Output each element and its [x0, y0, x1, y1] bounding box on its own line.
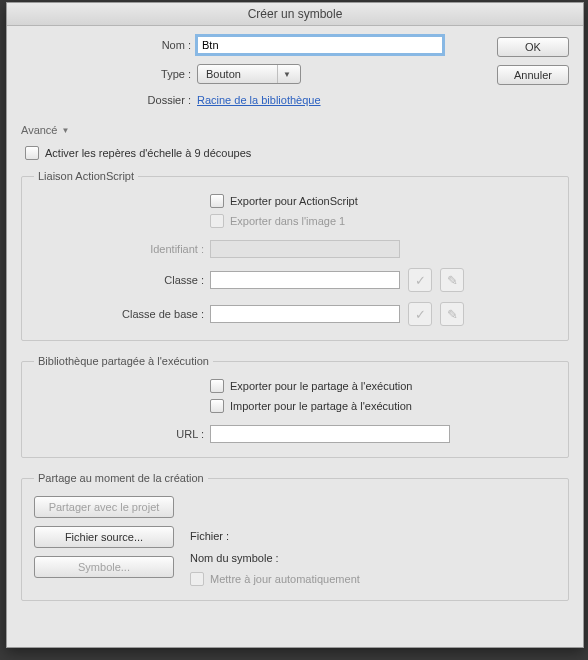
- author-share-group: Partage au moment de la création Partage…: [21, 472, 569, 601]
- baseclass-label: Classe de base :: [34, 308, 210, 320]
- source-file-button[interactable]: Fichier source...: [34, 526, 174, 548]
- ok-button[interactable]: OK: [497, 37, 569, 57]
- linkage-group: Liaison ActionScript Exporter pour Actio…: [21, 170, 569, 341]
- runtime-import-label: Importer pour le partage à l'exécution: [230, 400, 412, 412]
- runtime-import-checkbox[interactable]: Importer pour le partage à l'exécution: [210, 399, 412, 413]
- checkbox-icon: [25, 146, 39, 160]
- dialog-title: Créer un symbole: [7, 3, 583, 26]
- url-input[interactable]: [210, 425, 450, 443]
- advanced-toggle[interactable]: Avancé ▼: [21, 124, 569, 136]
- runtime-export-label: Exporter pour le partage à l'exécution: [230, 380, 413, 392]
- auto-update-label: Mettre à jour automatiquement: [210, 573, 360, 585]
- symbol-name-label: Nom du symbole :: [190, 552, 360, 564]
- scale9-label: Activer les repères d'échelle à 9 découp…: [45, 147, 251, 159]
- checkbox-icon: [210, 399, 224, 413]
- runtime-share-legend: Bibliothèque partagée à l'exécution: [34, 355, 213, 367]
- folder-link[interactable]: Racine de la bibliothèque: [197, 94, 321, 106]
- export-frame1-label: Exporter dans l'image 1: [230, 215, 345, 227]
- url-label: URL :: [34, 428, 210, 440]
- type-select-value: Bouton: [206, 68, 241, 80]
- identifier-input: [210, 240, 400, 258]
- auto-update-checkbox: Mettre à jour automatiquement: [190, 572, 360, 586]
- runtime-share-group: Bibliothèque partagée à l'exécution Expo…: [21, 355, 569, 458]
- triangle-down-icon: ▼: [62, 126, 70, 135]
- export-actionscript-label: Exporter pour ActionScript: [230, 195, 358, 207]
- name-label: Nom :: [21, 39, 197, 51]
- checkbox-icon: [210, 194, 224, 208]
- check-icon: ✓: [408, 302, 432, 326]
- share-with-project-button: Partager avec le projet: [34, 496, 174, 518]
- type-label: Type :: [21, 68, 197, 80]
- export-frame1-checkbox: Exporter dans l'image 1: [210, 214, 345, 228]
- create-symbol-dialog: Créer un symbole OK Annuler Nom : Type :…: [6, 2, 584, 648]
- check-icon: ✓: [408, 268, 432, 292]
- advanced-label: Avancé: [21, 124, 58, 136]
- linkage-legend: Liaison ActionScript: [34, 170, 138, 182]
- dialog-right-buttons: OK Annuler: [497, 37, 569, 93]
- export-actionscript-checkbox[interactable]: Exporter pour ActionScript: [210, 194, 358, 208]
- cancel-button[interactable]: Annuler: [497, 65, 569, 85]
- checkbox-icon: [210, 214, 224, 228]
- class-input[interactable]: [210, 271, 400, 289]
- symbol-button: Symbole...: [34, 556, 174, 578]
- checkbox-icon: [190, 572, 204, 586]
- runtime-export-checkbox[interactable]: Exporter pour le partage à l'exécution: [210, 379, 413, 393]
- name-input[interactable]: [197, 36, 443, 54]
- checkbox-icon: [210, 379, 224, 393]
- type-select[interactable]: Bouton ▼: [197, 64, 301, 84]
- folder-label: Dossier :: [21, 94, 197, 106]
- file-label: Fichier :: [190, 530, 360, 542]
- class-label: Classe :: [34, 274, 210, 286]
- author-share-legend: Partage au moment de la création: [34, 472, 208, 484]
- baseclass-input[interactable]: [210, 305, 400, 323]
- pencil-icon: ✎: [440, 302, 464, 326]
- scale9-checkbox[interactable]: Activer les repères d'échelle à 9 découp…: [25, 146, 569, 160]
- pencil-icon: ✎: [440, 268, 464, 292]
- identifier-label: Identifiant :: [34, 243, 210, 255]
- chevron-down-icon: ▼: [277, 65, 296, 83]
